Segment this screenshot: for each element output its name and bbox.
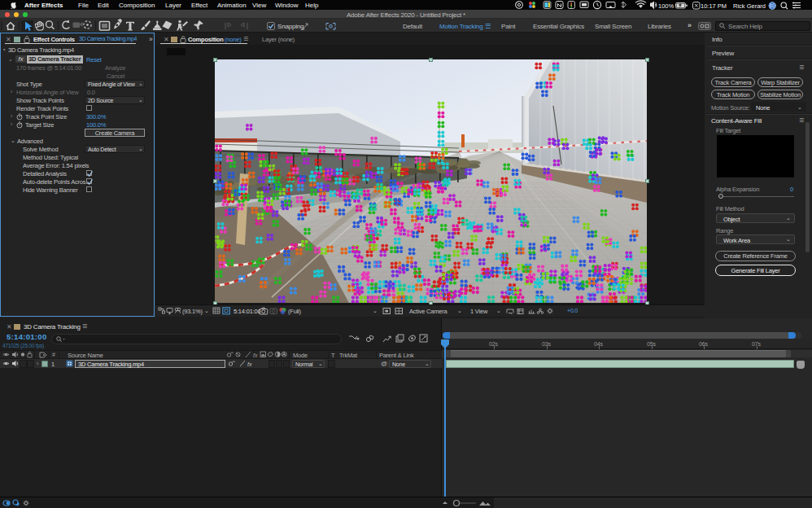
svg-text:fx: fx (253, 353, 258, 358)
svg-text:fx: fx (247, 361, 252, 367)
